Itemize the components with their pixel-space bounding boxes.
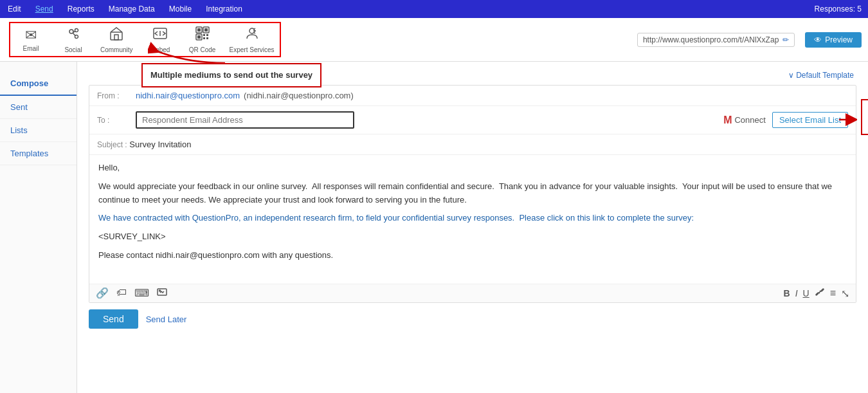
from-alias: (nidhi.nair@questionpro.com) — [244, 91, 354, 100]
body-contact: Please contact nidhi.nair@questionpro.co… — [98, 249, 847, 262]
body-para1: We would appreciate your feedback in our… — [98, 180, 847, 207]
qr-code-icon — [195, 26, 210, 45]
menu-item-mobile[interactable]: Mobile — [168, 2, 193, 16]
embed-icon — [152, 26, 168, 45]
from-email: nidhi.nair@questionpro.com — [136, 91, 240, 100]
url-bar-section: http://www.questionpro.com/t/ANlXxZap ✏ … — [637, 32, 862, 48]
icon-toolbar: ✉ Email Social Community Embed — [9, 22, 281, 57]
url-bar: http://www.questionpro.com/t/ANlXxZap ✏ — [637, 33, 795, 47]
toolbar-label-expert-services: Expert Services — [230, 46, 275, 53]
from-label: From : — [97, 91, 136, 100]
compose-form: From : nidhi.nair@questionpro.com (nidhi… — [89, 85, 856, 303]
from-row: From : nidhi.nair@questionpro.com (nidhi… — [89, 86, 856, 106]
expert-services-icon — [244, 26, 260, 45]
sidebar-item-compose[interactable]: Compose — [0, 72, 77, 96]
toolbar-label-social: Social — [64, 46, 82, 53]
social-icon — [66, 26, 81, 45]
default-template-label: Default Template — [796, 71, 854, 80]
main-layout: Compose Sent Lists Templates ∨ Default T… — [0, 62, 868, 393]
body-hello: Hello, — [98, 161, 847, 175]
toolbar-media-icon[interactable] — [157, 287, 167, 300]
preview-button[interactable]: 👁 Preview — [805, 32, 862, 48]
subject-value: Survey Invitation — [129, 140, 191, 149]
send-later-button[interactable]: Send Later — [146, 315, 187, 324]
svg-point-1 — [75, 29, 78, 32]
sidebar-item-sent[interactable]: Sent — [0, 96, 77, 119]
gmail-icon: M — [723, 114, 732, 126]
email-body[interactable]: Hello, We would appreciate your feedback… — [89, 155, 856, 284]
toolbar-resize-icon[interactable]: ⤡ — [841, 288, 849, 300]
select-email-list-container: Select Email List Import contacts and cr… — [772, 112, 848, 128]
top-menu-bar: Edit Send Reports Manage Data Mobile Int… — [0, 0, 868, 18]
community-icon — [109, 26, 124, 45]
connect-button[interactable]: M Connect — [723, 114, 766, 126]
connect-label: Connect — [734, 115, 765, 125]
to-row: To : M Connect Select Email List Import … — [89, 106, 856, 134]
menu-item-manage-data[interactable]: Manage Data — [107, 2, 156, 16]
svg-rect-12 — [197, 28, 201, 32]
toolbar-btn-qr-code[interactable]: QR Code — [187, 26, 218, 53]
svg-rect-15 — [203, 34, 205, 36]
to-input[interactable] — [136, 111, 354, 129]
send-row: Send Send Later — [89, 303, 856, 331]
top-menu-left: Edit Send Reports Manage Data Mobile Int… — [6, 2, 244, 16]
sidebar-item-templates[interactable]: Templates — [0, 142, 77, 165]
callout-multiple-mediums: Multiple mediums to send out the survey — [141, 63, 321, 87]
svg-rect-16 — [206, 34, 208, 36]
edit-url-icon[interactable]: ✏ — [782, 35, 789, 44]
editor-toolbar: 🔗 🏷 ⌨ B I U ≡ — [89, 284, 856, 302]
toolbar-keyboard-icon[interactable]: ⌨ — [134, 287, 149, 300]
toolbar-align-icon[interactable]: ≡ — [830, 288, 836, 299]
preview-label: Preview — [825, 35, 853, 44]
menu-item-edit[interactable]: Edit — [6, 2, 23, 16]
subject-row: Subject : Survey Invitation — [89, 134, 856, 155]
svg-point-0 — [69, 30, 73, 33]
menu-item-send[interactable]: Send — [34, 2, 55, 16]
menu-item-reports[interactable]: Reports — [66, 2, 96, 16]
responses-badge: Responses: 5 — [815, 5, 862, 14]
editor-toolbar-right: B I U ≡ ⤡ — [784, 287, 849, 300]
svg-rect-18 — [206, 37, 208, 39]
toolbar-btn-social[interactable]: Social — [58, 26, 89, 53]
toolbar-hyperlink-icon[interactable] — [815, 287, 825, 300]
svg-rect-17 — [203, 37, 205, 39]
toolbar-link-icon[interactable]: 🔗 — [96, 287, 109, 300]
toolbar-label-email: Email — [23, 45, 39, 52]
sidebar-item-lists[interactable]: Lists — [0, 119, 77, 142]
toolbar-btn-embed[interactable]: Embed — [145, 26, 176, 53]
svg-line-4 — [73, 33, 76, 36]
subject-label: Subject : — [97, 140, 127, 149]
email-icon: ✉ — [25, 27, 37, 44]
toolbar-italic-icon[interactable]: I — [795, 288, 798, 298]
compose-content: ∨ Default Template From : nidhi.nair@que… — [77, 62, 868, 393]
default-template-chevron: ∨ — [788, 71, 794, 80]
preview-eye-icon: 👁 — [814, 35, 822, 44]
toolbar-label-community: Community — [100, 46, 133, 53]
body-para2: We have contracted with QuestionPro, an … — [98, 212, 847, 225]
sidebar: Compose Sent Lists Templates — [0, 62, 77, 393]
editor-toolbar-left: 🔗 🏷 ⌨ — [96, 287, 167, 300]
select-email-list-button[interactable]: Select Email List — [772, 112, 848, 128]
toolbar-label-qr-code: QR Code — [189, 46, 216, 53]
body-survey-link: <SURVEY_LINK> — [98, 230, 847, 244]
to-label: To : — [97, 116, 136, 125]
url-text: http://www.questionpro.com/t/ANlXxZap — [643, 35, 779, 44]
toolbar-bold-icon[interactable]: B — [784, 288, 790, 298]
send-button[interactable]: Send — [89, 309, 138, 329]
menu-item-integration[interactable]: Integration — [204, 2, 244, 16]
toolbar-btn-email[interactable]: ✉ Email — [15, 27, 46, 52]
svg-rect-13 — [204, 28, 208, 32]
toolbar-tag-icon[interactable]: 🏷 — [116, 287, 127, 300]
callout-import-contacts: Import contacts and create Email lists — [861, 99, 868, 135]
svg-rect-14 — [197, 35, 201, 39]
toolbar-underline-icon[interactable]: U — [803, 288, 809, 298]
toolbar-label-embed: Embed — [150, 46, 170, 53]
svg-rect-6 — [114, 35, 118, 40]
svg-rect-5 — [111, 32, 122, 40]
toolbar-btn-expert-services[interactable]: Expert Services — [230, 26, 275, 53]
toolbar-btn-community[interactable]: Community — [100, 26, 133, 53]
svg-point-25 — [159, 290, 161, 291]
